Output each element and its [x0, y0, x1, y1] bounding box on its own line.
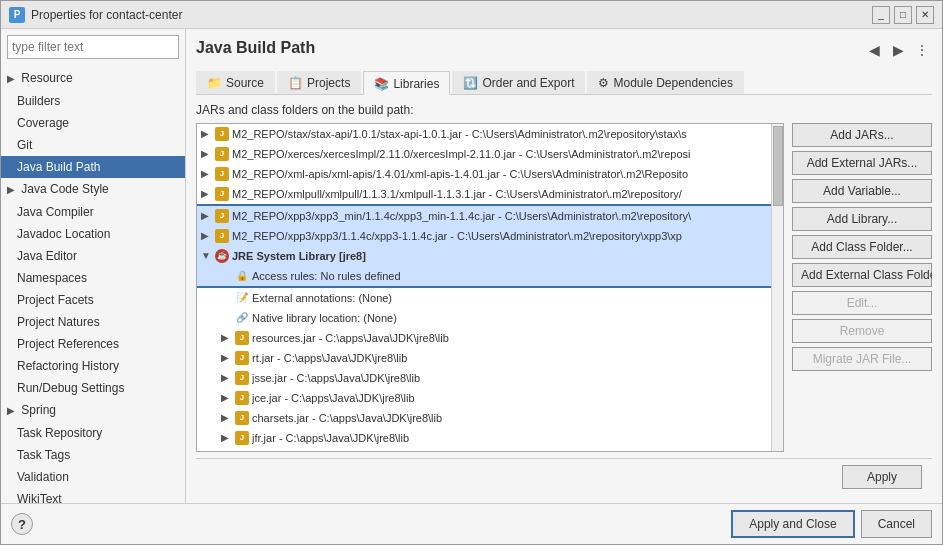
sidebar-item-refactoring-history[interactable]: Refactoring History — [1, 355, 185, 377]
sidebar-item-label: Run/Debug Settings — [17, 381, 124, 395]
sidebar-item-run-debug[interactable]: Run/Debug Settings — [1, 377, 185, 399]
footer-right: Apply and Close Cancel — [731, 510, 932, 538]
sidebar-item-task-repository[interactable]: Task Repository — [1, 422, 185, 444]
expand-icon: ▶ — [201, 207, 215, 225]
add-external-class-folder-button[interactable]: Add External Class Folder... — [792, 263, 932, 287]
add-variable-button[interactable]: Add Variable... — [792, 179, 932, 203]
add-library-button[interactable]: Add Library... — [792, 207, 932, 231]
tree-item-label: jsse.jar - C:\apps\Java\JDK\jre8\lib — [252, 369, 420, 387]
migrate-jar-button[interactable]: Migrate JAR File... — [792, 347, 932, 371]
sidebar-item-java-editor[interactable]: Java Editor — [1, 245, 185, 267]
sidebar-item-spring[interactable]: ▶ Spring — [1, 399, 185, 422]
remove-button[interactable]: Remove — [792, 319, 932, 343]
tab-module-dependencies[interactable]: ⚙ Module Dependencies — [587, 71, 743, 94]
tree-row[interactable]: ▶ J M2_REPO/xmlpull/xmlpull/1.1.3.1/xmlp… — [197, 184, 783, 204]
apply-close-button[interactable]: Apply and Close — [731, 510, 854, 538]
close-button[interactable]: ✕ — [916, 6, 934, 24]
sidebar-item-resource[interactable]: ▶ Resource — [1, 67, 185, 90]
tree-row[interactable]: ▶ J jce.jar - C:\apps\Java\JDK\jre8\lib — [197, 388, 783, 408]
apply-button[interactable]: Apply — [842, 465, 922, 489]
cancel-button[interactable]: Cancel — [861, 510, 932, 538]
tree-row[interactable]: ▶ J charsets.jar - C:\apps\Java\JDK\jre8… — [197, 408, 783, 428]
tab-order-export[interactable]: 🔃 Order and Export — [452, 71, 585, 94]
tree-row-access-rules[interactable]: 🔒 Access rules: No rules defined — [197, 266, 783, 288]
filter-box[interactable] — [7, 35, 179, 59]
sidebar-item-git[interactable]: Git — [1, 134, 185, 156]
tab-libraries[interactable]: 📚 Libraries — [363, 71, 450, 95]
tree-row[interactable]: ▶ J M2_REPO/xml-apis/xml-apis/1.4.01/xml… — [197, 164, 783, 184]
expand-icon: ▶ — [201, 227, 215, 245]
jar-icon: J — [235, 451, 249, 452]
tree-row[interactable]: ▶ J M2_REPO/xerces/xercesImpl/2.11.0/xer… — [197, 144, 783, 164]
jar-icon: J — [235, 371, 249, 385]
sidebar-item-namespaces[interactable]: Namespaces — [1, 267, 185, 289]
sidebar-item-validation[interactable]: Validation — [1, 466, 185, 488]
sidebar-item-wikitext[interactable]: WikiText — [1, 488, 185, 503]
tree-row-jre[interactable]: ▼ ☕ JRE System Library [jre8] — [197, 246, 783, 266]
tab-projects[interactable]: 📋 Projects — [277, 71, 361, 94]
jar-icon: J — [215, 187, 229, 201]
sidebar-item-label: Validation — [17, 470, 69, 484]
jar-icon: J — [235, 331, 249, 345]
tree-row[interactable]: ▶ J M2_REPO/xpp3/xpp3/1.1.4c/xpp3-1.1.4c… — [197, 226, 783, 246]
tree-row[interactable]: ▶ J M2_REPO/xpp3/xpp3_min/1.1.4c/xpp3_mi… — [197, 204, 783, 226]
minimize-button[interactable]: _ — [872, 6, 890, 24]
vertical-scrollbar[interactable] — [771, 124, 783, 451]
sidebar-item-project-facets[interactable]: Project Facets — [1, 289, 185, 311]
tree-row[interactable]: ▶ J resources.jar - C:\apps\Java\JDK\jre… — [197, 328, 783, 348]
add-class-folder-button[interactable]: Add Class Folder... — [792, 235, 932, 259]
expand-icon: ▶ — [201, 125, 215, 143]
expand-icon: ▶ — [221, 449, 235, 452]
sidebar-item-label: Namespaces — [17, 271, 87, 285]
tree-row[interactable]: 🔗 Native library location: (None) — [197, 308, 783, 328]
sidebar-item-label: Java Editor — [17, 249, 77, 263]
expand-icon: ▼ — [201, 247, 215, 265]
sidebar-item-label: Task Repository — [17, 426, 102, 440]
sidebar-item-builders[interactable]: Builders — [1, 90, 185, 112]
forward-button[interactable]: ▶ — [888, 40, 908, 60]
sidebar-item-label: Java Build Path — [17, 160, 100, 174]
tree-row[interactable]: ▶ J jsse.jar - C:\apps\Java\JDK\jre8\lib — [197, 368, 783, 388]
sidebar-item-java-code-style[interactable]: ▶ Java Code Style — [1, 178, 185, 201]
sidebar-item-coverage[interactable]: Coverage — [1, 112, 185, 134]
maximize-button[interactable]: □ — [894, 6, 912, 24]
scrollbar-thumb[interactable] — [773, 126, 783, 206]
apply-bar: Apply — [196, 458, 932, 493]
tab-source[interactable]: 📁 Source — [196, 71, 275, 94]
expand-icon: ▶ — [7, 73, 15, 84]
sidebar-item-project-natures[interactable]: Project Natures — [1, 311, 185, 333]
expand-icon: ▶ — [221, 329, 235, 347]
sidebar-item-task-tags[interactable]: Task Tags — [1, 444, 185, 466]
add-jars-button[interactable]: Add JARs... — [792, 123, 932, 147]
jar-icon: J — [235, 391, 249, 405]
tree-row[interactable]: 📝 External annotations: (None) — [197, 288, 783, 308]
libraries-tab-icon: 📚 — [374, 77, 389, 91]
expand-icon: ▶ — [221, 389, 235, 407]
tree-row[interactable]: ▶ J jfr.jar - C:\apps\Java\JDK\jre8\lib — [197, 428, 783, 448]
sidebar-item-label: Javadoc Location — [17, 227, 110, 241]
help-button[interactable]: ? — [11, 513, 33, 535]
window-controls: _ □ ✕ — [872, 6, 934, 24]
filter-input[interactable] — [12, 40, 174, 54]
menu-button[interactable]: ⋮ — [912, 40, 932, 60]
sidebar-item-project-references[interactable]: Project References — [1, 333, 185, 355]
tree-row[interactable]: ▶ J access-bridge-64.jar - C:\apps\Java\… — [197, 448, 783, 452]
back-button[interactable]: ◀ — [864, 40, 884, 60]
sidebar-item-java-build-path[interactable]: Java Build Path — [1, 156, 185, 178]
sidebar-item-label: Java Compiler — [17, 205, 94, 219]
tree-item-label: M2_REPO/stax/stax-api/1.0.1/stax-api-1.0… — [232, 125, 687, 143]
jar-icon: J — [235, 431, 249, 445]
tree-item-label: rt.jar - C:\apps\Java\JDK\jre8\lib — [252, 349, 407, 367]
dialog-title: Properties for contact-center — [31, 8, 872, 22]
sidebar-item-java-compiler[interactable]: Java Compiler — [1, 201, 185, 223]
tree-row[interactable]: ▶ J rt.jar - C:\apps\Java\JDK\jre8\lib — [197, 348, 783, 368]
tab-source-label: Source — [226, 76, 264, 90]
sidebar-item-label: Project Natures — [17, 315, 100, 329]
sidebar-item-label: Project Facets — [17, 293, 94, 307]
edit-button[interactable]: Edit... — [792, 291, 932, 315]
add-external-jars-button[interactable]: Add External JARs... — [792, 151, 932, 175]
tab-projects-label: Projects — [307, 76, 350, 90]
tree-container[interactable]: ▶ J M2_REPO/stax/stax-api/1.0.1/stax-api… — [196, 123, 784, 452]
tree-row[interactable]: ▶ J M2_REPO/stax/stax-api/1.0.1/stax-api… — [197, 124, 783, 144]
sidebar-item-javadoc-location[interactable]: Javadoc Location — [1, 223, 185, 245]
